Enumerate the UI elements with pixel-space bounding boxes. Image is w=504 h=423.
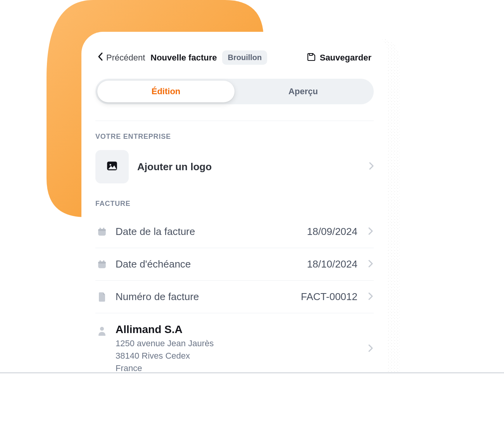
- logo-placeholder: [95, 150, 129, 183]
- chevron-right-icon: [368, 344, 373, 354]
- due-date-label: Date d'échéance: [116, 258, 299, 270]
- calendar-icon: [96, 259, 108, 269]
- svg-rect-0: [309, 54, 312, 55]
- client-address-2: 38140 Rives Cedex: [116, 350, 361, 362]
- invoice-number-row[interactable]: Numéro de facture FACT-00012: [95, 281, 374, 313]
- client-name: Allimand S.A: [116, 323, 361, 336]
- client-info: Allimand S.A 1250 avenue Jean Jaurès 381…: [116, 323, 361, 375]
- image-icon: [105, 159, 119, 174]
- chevron-right-icon: [369, 162, 374, 171]
- chevron-right-icon: [368, 227, 373, 237]
- back-button[interactable]: Précédent: [98, 52, 145, 63]
- back-label: Précédent: [106, 53, 145, 63]
- svg-rect-8: [98, 261, 106, 263]
- svg-rect-5: [100, 228, 101, 230]
- chevron-right-icon: [368, 292, 373, 302]
- invoice-number-label: Numéro de facture: [116, 291, 293, 303]
- tabs: Édition Aperçu: [95, 79, 374, 104]
- svg-rect-4: [98, 229, 106, 231]
- invoice-number-value: FACT-00012: [301, 291, 357, 303]
- status-badge: Brouillon: [222, 50, 267, 65]
- tab-edit-label: Édition: [152, 86, 181, 97]
- tab-preview-label: Aperçu: [288, 86, 318, 97]
- svg-point-2: [110, 164, 111, 166]
- tab-edit[interactable]: Édition: [97, 81, 235, 102]
- due-date-row[interactable]: Date d'échéance 18/10/2024: [95, 248, 374, 281]
- document-icon: [96, 292, 108, 302]
- calendar-icon: [96, 227, 108, 237]
- header: Précédent Nouvelle facture Brouillon Sau…: [95, 50, 374, 65]
- section-invoice-heading: FACTURE: [95, 200, 374, 208]
- chevron-right-icon: [368, 260, 373, 269]
- page-title: Nouvelle facture: [150, 53, 217, 63]
- footer-fill: [0, 373, 504, 423]
- invoice-editor-card: Précédent Nouvelle facture Brouillon Sau…: [81, 32, 388, 388]
- svg-rect-9: [100, 260, 101, 262]
- save-label: Sauvegarder: [320, 53, 371, 63]
- due-date-value: 18/10/2024: [307, 258, 357, 270]
- chevron-left-icon: [98, 52, 103, 63]
- svg-rect-6: [103, 228, 104, 230]
- save-icon: [307, 52, 316, 63]
- invoice-fields: Date de la facture 18/09/2024 Date d'éch…: [95, 216, 374, 390]
- svg-point-11: [100, 327, 104, 331]
- section-company-heading: VOTRE ENTREPRISE: [95, 121, 374, 141]
- svg-rect-10: [103, 260, 104, 262]
- invoice-date-value: 18/09/2024: [307, 226, 357, 238]
- person-icon: [96, 326, 108, 337]
- client-address-1: 1250 avenue Jean Jaurès: [116, 337, 361, 350]
- tab-preview[interactable]: Aperçu: [235, 81, 372, 102]
- add-logo-row[interactable]: Ajouter un logo: [95, 150, 374, 183]
- add-logo-label: Ajouter un logo: [137, 161, 361, 173]
- invoice-date-label: Date de la facture: [116, 226, 299, 238]
- invoice-date-row[interactable]: Date de la facture 18/09/2024: [95, 216, 374, 248]
- save-button[interactable]: Sauvegarder: [307, 52, 371, 63]
